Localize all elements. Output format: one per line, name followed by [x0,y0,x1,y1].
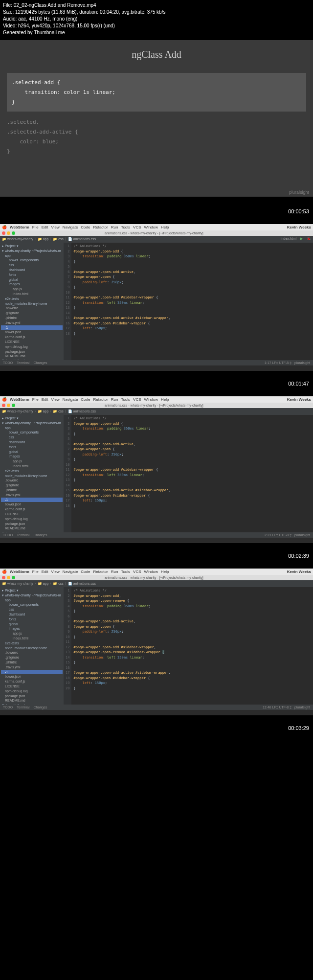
menu-item[interactable]: View [51,225,60,229]
menu-item[interactable]: Help [161,225,169,229]
menu-item[interactable]: Run [111,225,118,229]
meta-generator: Generated by Thumbnail me [3,29,310,36]
project-tree[interactable]: ▸ Project ▾▾ whats-my-charity ~/Projects… [0,415,64,532]
menu-item[interactable]: Navigate [63,225,78,229]
menu-item[interactable]: Code [81,397,90,402]
terminal-tab[interactable]: Terminal [17,361,29,365]
project-tree[interactable]: ▸ Project ▾▾ whats-my-charity ~/Projects… [0,243,64,360]
meta-size: Size: 12190425 bytes (11.63 MiB), durati… [3,9,310,16]
menu-item[interactable]: VCS [133,570,141,574]
menu-item[interactable]: File [32,397,39,402]
changes-tab[interactable]: Changes [34,706,47,709]
breadcrumb[interactable]: 📁 whats-my-charity 〉📁 app 〉📁 css 〉📄 anim… [2,237,96,242]
close-icon[interactable] [2,576,5,579]
brand-label: pluralsight [294,533,310,537]
code-editor[interactable]: 1234567891011121314151617181920 /* Anima… [64,587,313,705]
menu-item[interactable]: Refactor [93,570,108,574]
breadcrumb-bar: 📁 whats-my-charity 〉📁 app 〉📁 css 〉📄 anim… [0,236,313,243]
menu-item[interactable]: Window [144,225,158,229]
code-line: .selected-add { [12,78,301,88]
slide-title: ngClass Add [0,40,313,69]
meta-audio: Audio: aac, 44100 Hz, mono (eng) [3,16,310,23]
menu-item[interactable]: VCS [133,397,141,402]
menu-item[interactable]: Run [111,570,118,574]
code-line: .selected, [7,117,306,127]
menu-item[interactable]: Run [111,397,118,402]
menu-item[interactable]: Tools [121,397,130,402]
menu-bar: 🍎 WebStorm File Edit View Navigate Code … [0,569,313,575]
maximize-icon[interactable] [12,404,15,407]
menu-item[interactable]: Code [81,225,90,229]
minimize-icon[interactable] [7,404,10,407]
meta-video: Video: h264, yuv420p, 1024x768, 15.00 fp… [3,23,310,29]
breadcrumb-bar: 📁 whats-my-charity 〉📁 app 〉📁 css 〉📄 anim… [0,408,313,415]
apple-icon[interactable]: 🍎 [2,225,7,229]
menu-item[interactable]: File [32,570,39,574]
menu-item[interactable]: VCS [133,225,141,229]
window-title: animations.css - whats-my-charity - [~/P… [105,231,203,235]
code-faded: .selected, .selected-add-active { color:… [7,117,306,156]
window-controls: animations.css - whats-my-charity - [~/P… [0,403,313,408]
todo-tab[interactable]: TODO [3,533,13,537]
menu-item[interactable]: Help [161,397,169,402]
code-content[interactable]: /* Animations */#page-wrapper.open-add {… [71,243,172,360]
line-gutter: 1234567891011121314151617181920 [64,587,71,705]
terminal-tab[interactable]: Terminal [17,706,29,709]
run-icon[interactable]: ▶ [300,237,303,242]
menu-item[interactable]: Navigate [63,397,78,402]
code-content[interactable]: /* Animations */#page-wrapper.open-add,#… [71,587,172,705]
menu-bar: 🍎 WebStorm File Edit View Navigate Code … [0,396,313,403]
user-name: Kevin Weeks [287,225,311,229]
timestamp: 00:02:39 [0,543,313,569]
apple-icon[interactable]: 🍎 [2,397,7,402]
code-line: } [7,147,306,157]
window-title: animations.css - whats-my-charity - [~/P… [105,576,203,579]
brand-label: pluralsight [289,190,309,195]
menu-item[interactable]: Edit [42,570,48,574]
code-editor[interactable]: 123456789101112131415161718 /* Animation… [64,243,313,360]
debug-icon[interactable]: 🐞 [307,237,311,242]
menu-item[interactable]: Edit [42,225,48,229]
todo-tab[interactable]: TODO [3,706,13,709]
project-tree[interactable]: ▸ Project ▾▾ whats-my-charity ~/Projects… [0,587,64,705]
status-bar: TODO Terminal Changes 2:23 LF‡ UTF-8 ‡ p… [0,532,313,538]
app-name[interactable]: WebStorm [10,225,29,229]
timestamp: 00:01:47 [0,371,313,396]
todo-tab[interactable]: TODO [3,361,13,365]
menu-item[interactable]: Refactor [93,225,108,229]
line-gutter: 123456789101112131415161718 [64,243,71,360]
menu-item[interactable]: View [51,570,60,574]
close-icon[interactable] [2,404,5,407]
maximize-icon[interactable] [12,231,15,235]
menu-item[interactable]: Edit [42,397,48,402]
minimize-icon[interactable] [7,231,10,235]
code-line: .selected-add-active { [7,127,306,137]
menu-item[interactable]: Code [81,570,90,574]
minimize-icon[interactable] [7,576,10,579]
terminal-tab[interactable]: Terminal [17,533,29,537]
changes-tab[interactable]: Changes [34,361,47,365]
menu-item[interactable]: View [51,397,60,402]
breadcrumb[interactable]: 📁 whats-my-charity 〉📁 app 〉📁 css 〉📄 anim… [2,409,96,414]
close-icon[interactable] [2,231,5,235]
breadcrumb[interactable]: 📁 whats-my-charity 〉📁 app 〉📁 css 〉📄 anim… [2,581,96,586]
menu-item[interactable]: Refactor [93,397,108,402]
menu-item[interactable]: Navigate [63,570,78,574]
app-name[interactable]: WebStorm [10,570,29,574]
menu-item[interactable]: Window [144,397,158,402]
run-config[interactable]: index.html [281,237,296,242]
code-editor[interactable]: 123456789101112131415161718 /* Animation… [64,415,313,532]
menu-item[interactable]: Window [144,570,158,574]
menu-item[interactable]: Tools [121,225,130,229]
app-name[interactable]: WebStorm [10,397,29,402]
menu-item[interactable]: File [32,225,39,229]
meta-file: File: 02_02-ngClass Add and Remove.mp4 [3,2,310,9]
menu-item[interactable]: Help [161,570,169,574]
status-bar: TODO Terminal Changes 1:17 LF‡ UTF-8 ‡ p… [0,360,313,365]
maximize-icon[interactable] [12,576,15,579]
changes-tab[interactable]: Changes [34,533,47,537]
menu-item[interactable]: Tools [121,570,130,574]
apple-icon[interactable]: 🍎 [2,570,7,574]
code-line: transition: color 1s linear; [12,88,301,97]
code-content[interactable]: /* Animations */#page-wrapper.open-add {… [71,415,172,532]
